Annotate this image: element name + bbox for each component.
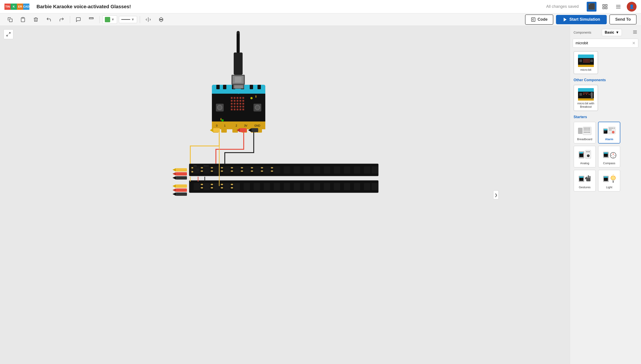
code-button[interactable]: Code (525, 14, 553, 25)
compass-starter[interactable]: Compass (598, 146, 620, 168)
comment-button[interactable] (73, 15, 84, 24)
svg-rect-123 (304, 166, 310, 174)
svg-point-66 (237, 92, 238, 92)
light-starter[interactable]: Light (598, 170, 620, 192)
mirror-button[interactable] (143, 15, 154, 24)
svg-point-28 (236, 31, 240, 34)
svg-rect-130 (372, 166, 378, 174)
line-dropdown-icon: ▼ (131, 18, 135, 22)
svg-rect-276 (579, 176, 583, 178)
svg-rect-3 (603, 7, 604, 9)
svg-rect-129 (364, 166, 370, 174)
microbit-card[interactable]: micro:bit (574, 51, 598, 74)
color-swatch (105, 17, 110, 22)
delete-button[interactable] (30, 15, 42, 24)
svg-rect-155 (204, 183, 210, 190)
svg-rect-246 (610, 128, 612, 128)
svg-rect-41 (234, 97, 236, 99)
svg-rect-0 (603, 4, 604, 6)
component-type-select[interactable]: Basic ▼ (602, 29, 622, 36)
alligator-clips-strip2 (172, 184, 187, 196)
search-input[interactable] (576, 41, 632, 45)
color-picker[interactable]: ▼ (102, 15, 117, 24)
list-toggle[interactable] (632, 30, 638, 36)
svg-rect-169 (344, 183, 350, 190)
analog-starter[interactable]: Analog (574, 146, 596, 168)
redo-button[interactable] (56, 15, 67, 24)
svg-rect-37 (258, 85, 261, 89)
svg-rect-175 (211, 184, 213, 185)
svg-rect-133 (211, 167, 213, 168)
svg-marker-182 (172, 184, 176, 188)
gestures-starter[interactable]: Gestures (574, 170, 596, 192)
simulate-label: Start Simulation (569, 17, 600, 22)
svg-rect-231 (588, 128, 589, 128)
line-style-picker[interactable]: ▼ (119, 16, 137, 23)
svg-rect-42 (236, 97, 238, 99)
svg-rect-281 (586, 178, 590, 181)
ruler-button[interactable] (86, 15, 97, 24)
svg-rect-258 (588, 151, 588, 152)
svg-rect-238 (584, 132, 585, 132)
microbit-board[interactable]: 0 1 2 3V GND ⬆ ⬇ (212, 85, 265, 132)
alarm-starter-icon (602, 124, 617, 136)
svg-rect-138 (231, 170, 233, 172)
copy-button[interactable] (4, 15, 16, 24)
svg-point-67 (239, 92, 240, 92)
avatar[interactable]: 👤 (627, 2, 636, 12)
usb-cable[interactable] (232, 31, 245, 85)
svg-rect-173 (201, 184, 203, 185)
svg-rect-248 (614, 128, 614, 128)
svg-rect-121 (284, 166, 290, 174)
svg-rect-213 (578, 91, 594, 92)
align-button[interactable] (156, 15, 167, 24)
svg-rect-135 (221, 167, 223, 168)
svg-rect-44 (242, 97, 244, 99)
svg-rect-177 (221, 184, 223, 185)
circuit-view-icon[interactable]: ⬛ (587, 2, 596, 12)
main-layout: 0 1 2 3V GND ⬆ ⬇ (0, 26, 641, 364)
sendto-button[interactable]: Send To (610, 14, 636, 24)
logo: TIN K ER CAD (4, 4, 30, 10)
svg-marker-152 (172, 176, 176, 180)
svg-rect-180 (231, 187, 233, 188)
svg-rect-158 (234, 183, 240, 190)
svg-rect-172 (372, 183, 378, 190)
alarm-starter-label: Alarm (605, 138, 614, 141)
svg-rect-193 (583, 59, 584, 60)
breadboard-starter[interactable]: Breadboard (574, 122, 596, 144)
svg-rect-219 (586, 94, 587, 95)
svg-rect-215 (585, 92, 586, 94)
simulate-button[interactable]: Start Simulation (556, 15, 607, 24)
svg-rect-149 (176, 172, 187, 176)
list-view-icon[interactable] (614, 2, 623, 12)
undo-button[interactable] (43, 15, 54, 24)
svg-rect-64 (242, 108, 244, 110)
svg-rect-200 (586, 60, 587, 61)
component-view-icon[interactable] (600, 2, 610, 12)
light-starter-icon (602, 172, 617, 185)
svg-marker-148 (172, 168, 176, 172)
canvas-area[interactable]: 0 1 2 3V GND ⬆ ⬇ (0, 26, 570, 364)
starters-title: Starters (570, 113, 641, 120)
svg-marker-150 (172, 172, 176, 176)
svg-rect-229 (585, 128, 586, 128)
svg-rect-194 (585, 59, 586, 60)
alarm-starter[interactable]: Alarm (598, 122, 620, 144)
code-label: Code (538, 17, 548, 22)
svg-rect-288 (612, 182, 614, 182)
svg-rect-144 (261, 170, 263, 172)
svg-rect-205 (586, 62, 587, 62)
svg-text:⬆: ⬆ (254, 95, 257, 98)
microbit-breakout-card[interactable]: micro:bit with Breakout (574, 85, 598, 111)
circuit-diagram: 0 1 2 3V GND ⬆ ⬇ (0, 26, 570, 364)
paste-button[interactable] (17, 15, 28, 24)
svg-rect-168 (334, 183, 340, 190)
panel-toggle[interactable]: ❯ (493, 190, 498, 199)
analog-starter-label: Analog (580, 162, 589, 165)
svg-rect-216 (586, 92, 587, 94)
svg-rect-218 (583, 94, 584, 95)
starters-grid: Breadboard (570, 120, 641, 193)
search-clear-button[interactable]: ✕ (632, 41, 636, 46)
svg-rect-178 (221, 187, 223, 188)
